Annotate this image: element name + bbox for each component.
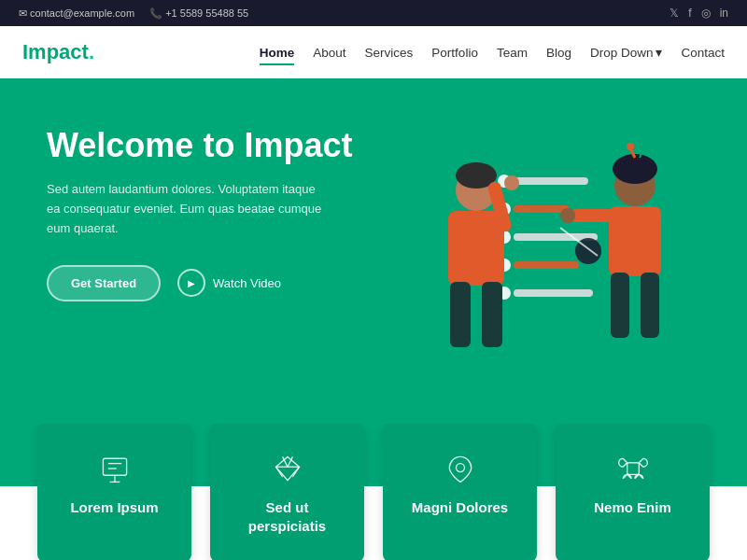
logo[interactable]: Impact. [22,40,94,64]
svg-point-24 [640,146,645,151]
svg-rect-26 [570,209,616,222]
svg-rect-1 [514,177,588,185]
hero-subtitle: Sed autem laudantium dolores. Voluptatem… [47,180,327,238]
logo-dot: . [89,40,94,63]
hero-content: Welcome to Impact Sed autem laudantium d… [47,125,402,301]
play-icon: ▶ [177,269,205,297]
svg-rect-7 [514,261,579,269]
card-lorem-ipsum: Lorem Ipsum [37,424,191,560]
topbar-social: 𝕏 f ◎ in [669,7,728,20]
header: Impact. Home About Services Portfolio Te… [0,26,747,78]
email-icon: ✉ [19,7,27,19]
svg-rect-42 [627,463,639,475]
instagram-icon[interactable]: ◎ [701,7,711,20]
nav-services[interactable]: Services [365,42,414,63]
get-started-button[interactable]: Get Started [47,265,161,301]
svg-line-40 [292,467,299,477]
hero-illustration [374,106,710,396]
diamond-icon [271,452,304,485]
svg-rect-25 [609,206,661,276]
nav-home[interactable]: Home [260,42,295,63]
watch-video-button[interactable]: ▶ Watch Video [177,269,281,297]
watch-video-label: Watch Video [213,276,281,290]
svg-marker-35 [275,456,299,480]
card-title-2: Sed ut perspiciatis [229,498,345,535]
phone-icon: 📞 [149,7,162,19]
card-nemo-enim: Nemo Enim [556,424,710,560]
svg-rect-9 [514,289,593,297]
nav-team[interactable]: Team [497,42,528,63]
chevron-down-icon: ▾ [655,45,662,60]
linkedin-icon[interactable]: in [720,7,728,20]
cards-section: Lorem Ipsum Sed ut perspiciatis Magni Do… [0,424,747,560]
nav-portfolio[interactable]: Portfolio [431,42,478,63]
nav-contact[interactable]: Contact [681,42,725,63]
main-nav: Home About Services Portfolio Team Blog … [260,41,725,63]
facebook-icon[interactable]: f [688,7,691,20]
nav-dropdown[interactable]: Drop Down ▾ [590,41,663,63]
svg-point-22 [627,143,634,150]
logo-text: Impact [22,40,89,63]
card-title-4: Nemo Enim [594,498,671,517]
card-magni-dolores: Magni Dolores [383,424,537,560]
twitter-icon[interactable]: 𝕏 [669,7,679,20]
svg-point-18 [504,175,519,190]
svg-rect-28 [641,273,659,338]
location-icon [444,452,477,485]
phone-info: 📞 +1 5589 55488 55 [149,7,248,20]
svg-point-20 [613,154,657,184]
command-icon [616,452,650,485]
card-title-1: Lorem Ipsum [70,498,158,517]
svg-rect-27 [611,273,629,338]
presentation-icon [98,452,132,485]
email-info: ✉ contact@example.com [19,7,134,20]
hero-buttons: Get Started ▶ Watch Video [47,265,402,301]
card-title-3: Magni Dolores [412,498,508,517]
svg-rect-16 [450,282,471,347]
svg-rect-3 [514,205,570,213]
topbar-contact: ✉ contact@example.com 📞 +1 5589 55488 55 [19,7,248,20]
card-sed-ut: Sed ut perspiciatis [210,424,364,560]
svg-point-41 [456,464,464,472]
nav-about[interactable]: About [313,42,345,63]
topbar: ✉ contact@example.com 📞 +1 5589 55488 55… [0,0,747,26]
svg-point-29 [560,208,575,223]
svg-line-39 [275,467,282,477]
svg-rect-30 [103,458,126,475]
nav-blog[interactable]: Blog [546,42,571,63]
svg-rect-17 [482,282,502,347]
hero-title: Welcome to Impact [47,125,402,165]
hero-section: Welcome to Impact Sed autem laudantium d… [0,78,747,424]
svg-rect-14 [448,211,504,286]
